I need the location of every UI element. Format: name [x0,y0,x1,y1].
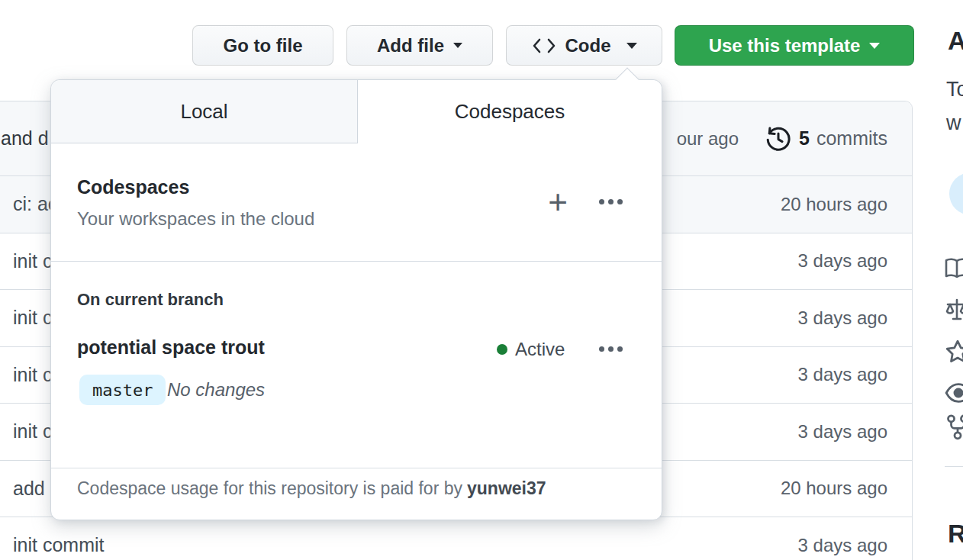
commit-time[interactable]: 3 days ago [798,535,887,556]
codespace-options-button[interactable] [599,346,623,352]
commit-time[interactable]: 3 days ago [798,421,887,443]
fork-icon[interactable] [945,414,963,441]
owner-name: yunwei37 [467,478,546,498]
codespace-usage-note: Codespace usage for this repository is p… [77,478,546,499]
status-badge: Active [497,339,565,360]
add-file-label: Add file [377,35,444,56]
codespaces-subtitle: Your workspaces in the cloud [77,208,314,230]
commit-message[interactable]: init c [13,420,52,443]
star-icon[interactable] [945,339,963,365]
commit-row: init commit 3 days ago [0,517,912,560]
commit-time[interactable]: 20 hours ago [781,478,887,499]
tab-local-label: Local [180,100,227,124]
branch-badge[interactable]: master [79,375,166,405]
about-description-line: To [946,78,963,101]
triangle-down-icon [453,43,462,48]
codespaces-title: Codespaces [77,176,189,198]
commit-meta: our ago 5 commits [677,101,887,175]
license-icon[interactable] [945,298,963,322]
commit-time[interactable]: 20 hours ago [781,194,887,215]
triangle-down-icon [869,43,880,49]
about-heading: A [948,26,963,56]
commits-count: 5 [799,127,810,150]
code-dropdown-panel: Local Codespaces Codespaces Your workspa… [50,79,662,520]
latest-commit-time[interactable]: our ago [677,128,739,150]
commit-message[interactable]: init c [13,250,52,272]
commit-message[interactable]: add [13,478,45,500]
footer-divider [51,468,662,468]
commit-message[interactable]: init c [13,307,52,329]
readme-icon[interactable] [945,256,963,281]
commit-time[interactable]: 3 days ago [798,250,887,272]
new-codespace-button[interactable]: + [541,184,575,220]
use-this-template-label: Use this template [709,35,861,56]
changes-note: No changes [167,379,265,401]
active-label: Active [515,339,565,360]
latest-commit-message[interactable]: and d [1,101,49,175]
tab-codespaces-label: Codespaces [455,100,565,124]
commit-message[interactable]: init commit [13,534,104,556]
codespaces-options-button[interactable] [599,199,623,204]
use-this-template-button[interactable]: Use this template [675,25,914,66]
triangle-down-icon [626,43,637,49]
eye-icon[interactable] [945,380,963,406]
commit-message[interactable]: init c [13,364,52,386]
code-label: Code [565,35,611,56]
active-dot-icon [497,344,507,355]
codespace-name[interactable]: potential space trout [77,336,265,359]
about-description-line: w [946,111,961,135]
section-divider [51,261,662,262]
commits-history-link[interactable]: 5 commits [765,125,887,153]
commit-time[interactable]: 3 days ago [798,307,887,329]
kebab-icon [599,199,604,204]
add-file-button[interactable]: Add file [346,25,493,66]
code-button[interactable]: Code [506,25,662,66]
repo-page: and d our ago 5 commits ci: ac [0,0,963,560]
releases-heading: R [948,519,963,549]
history-icon [765,125,792,153]
usage-note-text: Codespace usage for this repository is p… [77,478,462,498]
on-current-branch-label: On current branch [77,290,224,310]
sidebar-divider [945,466,963,467]
go-to-file-label: Go to file [224,35,303,56]
tab-local[interactable]: Local [51,80,358,143]
kebab-icon [599,346,604,352]
commits-label: commits [816,127,887,150]
code-icon [532,37,556,54]
commit-time[interactable]: 3 days ago [798,364,887,385]
go-to-file-button[interactable]: Go to file [192,25,333,66]
tab-codespaces[interactable]: Codespaces [358,80,662,143]
topic-tag[interactable] [949,172,963,215]
